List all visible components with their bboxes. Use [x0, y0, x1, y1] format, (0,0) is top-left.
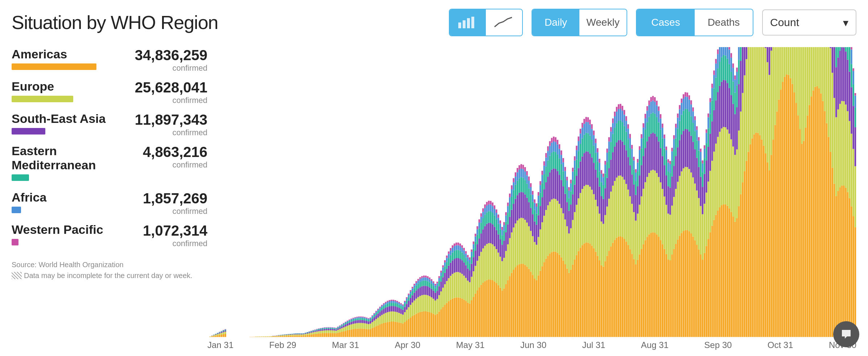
daily-button[interactable]: Daily — [532, 9, 579, 36]
svg-rect-165 — [313, 330, 314, 331]
svg-rect-1073 — [603, 266, 604, 337]
svg-rect-24 — [219, 334, 220, 335]
svg-rect-244 — [337, 327, 339, 327]
svg-rect-1769 — [824, 111, 826, 337]
svg-rect-474 — [412, 303, 413, 316]
svg-rect-617 — [458, 297, 459, 337]
svg-rect-1062 — [599, 214, 600, 260]
svg-rect-927 — [555, 142, 556, 152]
svg-rect-1111 — [614, 146, 615, 181]
svg-rect-1439 — [719, 207, 720, 337]
svg-rect-966 — [568, 233, 570, 273]
svg-rect-610 — [454, 244, 455, 246]
svg-rect-1024 — [585, 117, 587, 122]
svg-rect-454 — [404, 301, 405, 302]
svg-rect-1168 — [631, 145, 633, 149]
svg-rect-1136 — [621, 122, 623, 141]
chat-button[interactable] — [833, 321, 859, 347]
svg-rect-430 — [396, 301, 398, 302]
svg-rect-1847 — [849, 198, 850, 337]
svg-rect-486 — [416, 299, 417, 314]
svg-rect-996 — [578, 198, 579, 251]
svg-rect-77 — [278, 336, 280, 337]
svg-rect-516 — [425, 295, 426, 311]
svg-rect-510 — [423, 295, 425, 311]
svg-rect-1825 — [841, 47, 843, 101]
svg-rect-856 — [532, 191, 533, 195]
svg-rect-938 — [559, 158, 560, 175]
svg-rect-537 — [431, 281, 432, 284]
svg-rect-1328 — [683, 111, 684, 131]
svg-rect-956 — [565, 179, 566, 194]
svg-rect-1837 — [845, 51, 846, 104]
svg-rect-1437 — [717, 54, 719, 69]
svg-rect-9 — [211, 336, 213, 336]
svg-rect-211 — [328, 329, 329, 330]
svg-rect-264 — [345, 327, 346, 331]
svg-rect-984 — [574, 212, 575, 260]
svg-rect-545 — [435, 315, 436, 337]
weekly-button[interactable]: Weekly — [579, 9, 627, 36]
cases-button[interactable]: Cases — [637, 9, 695, 36]
svg-rect-1371 — [696, 130, 698, 140]
svg-rect-320 — [362, 318, 363, 320]
svg-rect-39 — [223, 330, 224, 331]
svg-rect-608 — [454, 251, 455, 259]
svg-rect-1222 — [648, 100, 650, 105]
svg-rect-363 — [375, 312, 377, 313]
svg-rect-799 — [515, 199, 516, 223]
svg-rect-1376 — [698, 150, 699, 167]
svg-rect-1218 — [648, 173, 650, 234]
svg-rect-451 — [404, 307, 405, 312]
svg-rect-1465 — [727, 83, 728, 129]
region-count-africa: 1,857,269 — [128, 190, 207, 207]
svg-rect-1180 — [635, 169, 636, 173]
svg-rect-468 — [410, 305, 411, 318]
svg-rect-778 — [507, 203, 509, 206]
svg-rect-247 — [339, 327, 340, 329]
svg-rect-441 — [400, 304, 402, 306]
svg-rect-1399 — [706, 160, 707, 193]
svg-rect-773 — [507, 280, 509, 337]
svg-rect-1032 — [589, 187, 591, 244]
svg-rect-1055 — [597, 256, 598, 337]
svg-rect-1870 — [855, 93, 856, 96]
svg-rect-286 — [351, 319, 352, 319]
svg-rect-1105 — [612, 152, 613, 186]
svg-rect-491 — [417, 313, 419, 337]
svg-rect-161 — [313, 334, 314, 337]
svg-rect-1167 — [631, 149, 633, 158]
svg-rect-1084 — [604, 161, 606, 165]
svg-rect-579 — [444, 262, 446, 266]
svg-rect-851 — [532, 275, 533, 337]
svg-rect-334 — [366, 318, 367, 318]
svg-rect-1421 — [713, 220, 715, 337]
svg-rect-119 — [297, 335, 298, 337]
svg-rect-1337 — [686, 230, 688, 337]
bar-chart-button[interactable] — [450, 9, 486, 36]
svg-rect-570 — [442, 288, 444, 307]
svg-rect-1850 — [849, 47, 850, 72]
svg-rect-207 — [326, 328, 327, 328]
svg-rect-1033 — [589, 154, 591, 187]
count-dropdown[interactable]: Count ▾ — [762, 9, 856, 36]
svg-rect-414 — [393, 311, 394, 322]
svg-rect-511 — [423, 286, 425, 295]
svg-rect-1324 — [681, 99, 682, 103]
svg-rect-527 — [429, 312, 430, 337]
svg-rect-1745 — [816, 86, 818, 337]
region-label-americas: confirmed — [128, 63, 207, 73]
svg-rect-494 — [417, 283, 419, 289]
line-chart-button[interactable] — [486, 9, 522, 36]
svg-rect-1800 — [834, 98, 835, 184]
svg-rect-1131 — [620, 109, 621, 120]
svg-rect-606 — [454, 273, 455, 298]
svg-rect-1380 — [700, 206, 701, 254]
svg-rect-162 — [313, 332, 314, 334]
svg-rect-1206 — [645, 182, 646, 240]
svg-rect-274 — [347, 320, 348, 321]
svg-rect-1548 — [753, 47, 755, 134]
svg-rect-401 — [389, 322, 390, 337]
svg-rect-937 — [559, 175, 560, 204]
deaths-button[interactable]: Deaths — [695, 9, 753, 36]
